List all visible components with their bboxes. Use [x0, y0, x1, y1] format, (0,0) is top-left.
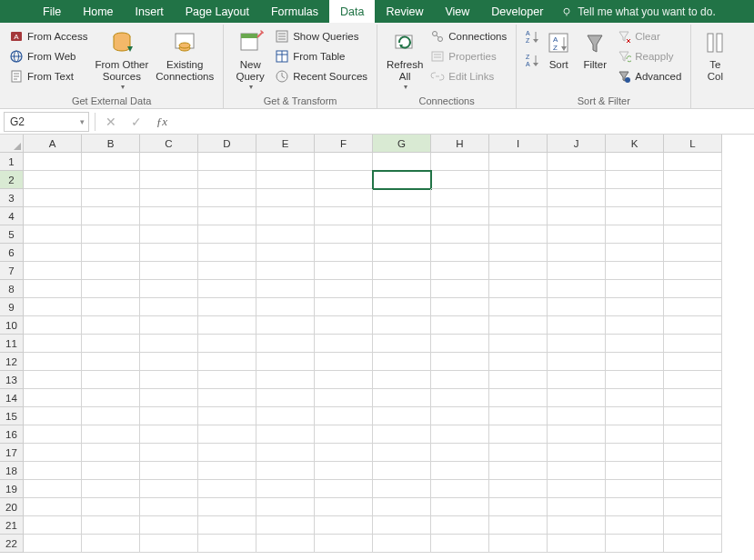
cell-C3[interactable]: [140, 189, 198, 207]
cell-C16[interactable]: [140, 425, 198, 444]
cell-H5[interactable]: [431, 225, 489, 244]
cell-C4[interactable]: [140, 207, 198, 225]
cell-I2[interactable]: [489, 171, 548, 189]
refresh-all-button[interactable]: Refresh All▾: [383, 26, 427, 94]
cell-L22[interactable]: [664, 535, 722, 553]
cell-L3[interactable]: [664, 189, 722, 207]
cell-K1[interactable]: [606, 153, 664, 171]
cell-L18[interactable]: [664, 462, 722, 480]
cell-B11[interactable]: [82, 335, 140, 353]
column-header-F[interactable]: F: [315, 135, 373, 153]
cell-D6[interactable]: [198, 244, 256, 262]
cell-H3[interactable]: [431, 189, 489, 207]
cell-L10[interactable]: [664, 316, 722, 335]
row-header-4[interactable]: 4: [0, 207, 24, 225]
cell-G22[interactable]: [373, 535, 431, 553]
cell-D10[interactable]: [198, 316, 256, 335]
cell-L15[interactable]: [664, 407, 722, 425]
cell-B4[interactable]: [82, 207, 140, 225]
cell-J17[interactable]: [548, 444, 606, 462]
cell-C10[interactable]: [140, 316, 198, 335]
cell-E20[interactable]: [256, 498, 315, 516]
cell-H8[interactable]: [431, 280, 489, 298]
cell-C20[interactable]: [140, 498, 198, 516]
connections-button[interactable]: Connections: [427, 26, 510, 46]
row-header-1[interactable]: 1: [0, 153, 24, 171]
cell-D13[interactable]: [198, 371, 256, 389]
cell-F5[interactable]: [315, 225, 373, 244]
cell-B22[interactable]: [82, 535, 140, 553]
cell-J11[interactable]: [548, 335, 606, 353]
cell-B19[interactable]: [82, 480, 140, 498]
cell-L19[interactable]: [664, 480, 722, 498]
cell-I8[interactable]: [489, 280, 548, 298]
cell-K2[interactable]: [606, 171, 664, 189]
cell-I17[interactable]: [489, 444, 548, 462]
cell-D1[interactable]: [198, 153, 256, 171]
cell-F2[interactable]: [315, 171, 373, 189]
cell-E14[interactable]: [256, 389, 315, 407]
cell-A22[interactable]: [24, 535, 82, 553]
cell-D12[interactable]: [198, 353, 256, 371]
cell-G2[interactable]: [373, 171, 431, 189]
from-other-sources-button[interactable]: From Other Sources▾: [91, 26, 152, 94]
row-header-5[interactable]: 5: [0, 225, 24, 244]
cell-F14[interactable]: [315, 389, 373, 407]
cell-G16[interactable]: [373, 425, 431, 444]
cell-A8[interactable]: [24, 280, 82, 298]
cell-K22[interactable]: [606, 535, 664, 553]
cell-G8[interactable]: [373, 280, 431, 298]
cell-D19[interactable]: [198, 480, 256, 498]
cell-B21[interactable]: [82, 516, 140, 535]
cell-L20[interactable]: [664, 498, 722, 516]
cell-I19[interactable]: [489, 480, 548, 498]
cell-F13[interactable]: [315, 371, 373, 389]
cell-B16[interactable]: [82, 425, 140, 444]
cell-D18[interactable]: [198, 462, 256, 480]
row-header-20[interactable]: 20: [0, 498, 24, 516]
cell-A4[interactable]: [24, 207, 82, 225]
cell-L16[interactable]: [664, 425, 722, 444]
cell-I15[interactable]: [489, 407, 548, 425]
cell-K6[interactable]: [606, 244, 664, 262]
cell-G15[interactable]: [373, 407, 431, 425]
cell-G11[interactable]: [373, 335, 431, 353]
cell-G17[interactable]: [373, 444, 431, 462]
column-header-H[interactable]: H: [431, 135, 489, 153]
column-header-A[interactable]: A: [24, 135, 82, 153]
cell-F3[interactable]: [315, 189, 373, 207]
cell-L2[interactable]: [664, 171, 722, 189]
cell-L8[interactable]: [664, 280, 722, 298]
cell-C14[interactable]: [140, 389, 198, 407]
from-text-button[interactable]: From Text: [5, 66, 91, 86]
cell-G3[interactable]: [373, 189, 431, 207]
cell-F6[interactable]: [315, 244, 373, 262]
cell-K11[interactable]: [606, 335, 664, 353]
cell-E13[interactable]: [256, 371, 315, 389]
cell-J16[interactable]: [548, 425, 606, 444]
cell-I14[interactable]: [489, 389, 548, 407]
cell-B7[interactable]: [82, 262, 140, 280]
cell-H20[interactable]: [431, 498, 489, 516]
advanced-filter-button[interactable]: Advanced: [613, 66, 685, 86]
cell-A18[interactable]: [24, 462, 82, 480]
existing-connections-button[interactable]: Existing Connections: [152, 26, 217, 85]
cell-J20[interactable]: [548, 498, 606, 516]
cell-I16[interactable]: [489, 425, 548, 444]
cell-L1[interactable]: [664, 153, 722, 171]
cell-I13[interactable]: [489, 371, 548, 389]
cell-B17[interactable]: [82, 444, 140, 462]
cell-L17[interactable]: [664, 444, 722, 462]
tab-formulas[interactable]: Formulas: [260, 0, 329, 23]
cell-H22[interactable]: [431, 535, 489, 553]
cell-A20[interactable]: [24, 498, 82, 516]
cell-E17[interactable]: [256, 444, 315, 462]
column-header-D[interactable]: D: [198, 135, 256, 153]
cell-C6[interactable]: [140, 244, 198, 262]
cell-D2[interactable]: [198, 171, 256, 189]
cell-D11[interactable]: [198, 335, 256, 353]
cell-G10[interactable]: [373, 316, 431, 335]
cell-C13[interactable]: [140, 371, 198, 389]
cell-H4[interactable]: [431, 207, 489, 225]
cell-E9[interactable]: [256, 298, 315, 316]
